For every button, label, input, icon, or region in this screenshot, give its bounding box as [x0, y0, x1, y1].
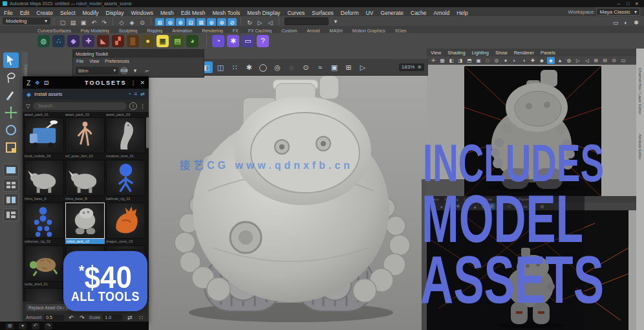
shelf-stamp-icon[interactable]: ▞ — [112, 35, 124, 47]
expand-icon[interactable]: ⇄ — [140, 91, 145, 97]
shelf-crystal-icon[interactable]: ◆ — [67, 35, 80, 47]
dock-icon[interactable]: ⊡ — [44, 80, 49, 86]
asset-cell[interactable]: ballman_rig_01 — [106, 160, 145, 201]
panel-menu-show[interactable]: Show — [495, 50, 508, 56]
menu-uv[interactable]: UV — [366, 10, 374, 16]
redo-icon[interactable]: ↷ — [45, 323, 52, 329]
panel-icon-7[interactable]: ◎ — [493, 57, 500, 64]
menu-curves[interactable]: Curves — [287, 10, 305, 16]
paint-select-tool[interactable] — [3, 87, 19, 103]
soft-select-icon[interactable]: ◌ — [285, 61, 298, 73]
zoom-level-field[interactable]: 183% ≑ — [399, 63, 424, 71]
asset-thumbnail-roboman[interactable] — [25, 203, 64, 239]
grid-snap-icon[interactable]: ∷ — [137, 314, 145, 321]
asset-thumbnail-figure[interactable] — [65, 117, 105, 153]
shelf-tab-fx[interactable]: FX — [233, 28, 239, 33]
panel-icon[interactable]: ▣ — [328, 61, 341, 73]
amount-field[interactable]: 0.5 — [44, 314, 64, 321]
panel-icon-11[interactable]: ✚ — [529, 57, 537, 64]
shelf-tab-fx-caching[interactable]: FX Caching — [248, 28, 272, 33]
asset-cell[interactable]: truck_mobile_04 — [25, 117, 64, 159]
menu-create[interactable]: Create — [36, 10, 53, 16]
shelf-checker-icon[interactable]: ▦ — [156, 35, 169, 47]
asset-cell[interactable]: ref_pose_fem_02 — [65, 117, 105, 159]
fit-view-icon[interactable]: ⇄ — [125, 314, 134, 321]
shelf-tab-xgen[interactable]: XGen — [395, 28, 407, 33]
panel-icon-21[interactable]: ▭ — [619, 57, 627, 64]
menu-arnold[interactable]: Arnold — [434, 10, 450, 16]
editor-menu-preferences[interactable]: Preferences — [105, 59, 129, 63]
menu-surfaces[interactable]: Surfaces — [312, 10, 334, 16]
asset-thumbnail-truck[interactable] — [25, 117, 64, 153]
asset-thumbnail-dragon[interactable] — [106, 203, 145, 239]
info-icon[interactable]: i — [129, 102, 137, 110]
page-icon[interactable]: ▷ — [356, 61, 369, 73]
dropdown-icon[interactable]: ▾ — [19, 323, 27, 329]
asset-thumbnail-dino[interactable] — [106, 117, 145, 153]
panel-icon-2[interactable]: ◧ — [447, 57, 455, 64]
panel-menu-shading[interactable]: Shading — [447, 50, 466, 56]
menu-deform[interactable]: Deform — [341, 10, 359, 16]
shader-select[interactable]: Blinn ▾ — [76, 67, 118, 74]
panel-menu-lighting[interactable]: Lighting — [472, 50, 489, 56]
shelf-tab-animation[interactable]: Animation — [172, 28, 192, 33]
panel-icon-16[interactable]: ▷ — [574, 57, 582, 64]
panel-icon-8[interactable]: ● — [502, 57, 510, 64]
panel-icon-20[interactable]: ⊙ — [610, 57, 618, 64]
panel-icon-10[interactable]: ◑ — [520, 57, 528, 64]
shelf-tab-sculpting[interactable]: Sculpting — [119, 28, 138, 33]
menu-help[interactable]: Help — [456, 10, 467, 16]
menu-edit[interactable]: Edit — [20, 10, 30, 16]
move-tool[interactable] — [3, 105, 19, 120]
shelf-bulb-icon[interactable]: ● — [142, 35, 154, 47]
panel-icon-12[interactable]: ◆ — [538, 57, 546, 64]
add-panel-icon[interactable]: ⊞ — [342, 61, 355, 73]
asset-cell[interactable]: creature_bust_01 — [106, 117, 145, 159]
lasso-select-tool[interactable] — [3, 70, 19, 85]
asset-cell[interactable]: rhino_base_A — [25, 160, 64, 201]
shelf-tab-mash[interactable]: MASH — [330, 28, 343, 33]
close-icon[interactable]: ✕ — [140, 80, 145, 86]
shelf-flower-icon[interactable]: ✱ — [227, 35, 239, 47]
layout-split-pane-button[interactable] — [3, 208, 19, 221]
kebab-menu-icon[interactable]: ⋮ — [130, 80, 136, 86]
circle-select-icon[interactable]: ◯ — [257, 61, 270, 73]
shelf-ball-icon[interactable]: ◕ — [186, 35, 199, 47]
shelf-tab-arnold[interactable]: Arnold — [306, 28, 319, 33]
asset-thumbnail-robot[interactable] — [65, 203, 105, 239]
scrollbar-thumb[interactable] — [146, 117, 149, 148]
chevron-down-icon[interactable]: ▾ — [331, 17, 340, 25]
panel-menu-renderer[interactable]: Renderer — [514, 50, 534, 56]
panel-icon-3[interactable]: ◨ — [456, 57, 464, 64]
asset-cell[interactable]: robot_tank_v2 — [65, 203, 105, 244]
undo-icon[interactable]: ↶ — [67, 314, 75, 321]
shelf-sphere-icon[interactable]: ◍ — [38, 35, 50, 47]
scale-tool[interactable] — [3, 140, 19, 155]
grid-toggle-icon[interactable]: ⊞ — [6, 323, 14, 329]
list-view-icon[interactable]: ≡ — [134, 91, 138, 97]
symmetry-icon[interactable]: ✱ — [242, 61, 255, 73]
menu-file[interactable]: File — [4, 10, 13, 16]
panel-icon-13[interactable]: ◈ — [547, 57, 555, 64]
panel-menu-panels[interactable]: Panels — [541, 50, 555, 56]
shelf-camera-icon[interactable]: ◔ — [212, 35, 224, 47]
panel-icon-15[interactable]: ◍ — [565, 57, 573, 64]
panel-icon-0[interactable]: ✛ — [429, 57, 437, 64]
redo-icon[interactable]: ↷ — [78, 314, 86, 321]
shelf-tab-poly-modeling[interactable]: Poly Modeling — [81, 28, 109, 33]
panel-icon-9[interactable]: ◐ — [511, 57, 519, 64]
asset-cell[interactable]: roboman_rig_02 — [25, 203, 64, 244]
editor-menu-file[interactable]: File — [76, 59, 83, 63]
filter-icon[interactable]: ▽ — [26, 103, 30, 109]
marquee-icon[interactable]: ⊙ — [299, 61, 312, 73]
menu-cache[interactable]: Cache — [411, 10, 427, 16]
menu-set-select[interactable]: Modeling ▾ — [3, 17, 50, 25]
workspace-select[interactable]: Maya Classic ▾ — [596, 8, 640, 16]
shelf-axe-icon[interactable]: ◣ — [97, 35, 109, 47]
layout-two-pane-button[interactable] — [3, 193, 19, 206]
shelf-tab-rigging[interactable]: Rigging — [147, 28, 163, 33]
minimize-button[interactable]: – — [614, 1, 623, 6]
rotate-tool[interactable] — [3, 122, 19, 138]
panel-icon-18[interactable]: ⊞ — [592, 57, 600, 64]
asset-thumbnail-rhino[interactable] — [65, 160, 105, 196]
